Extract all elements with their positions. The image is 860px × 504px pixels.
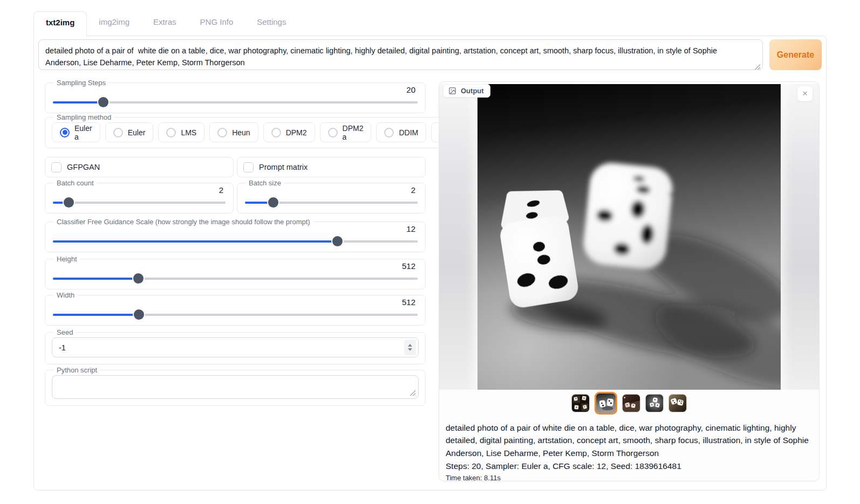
output-params-text: Steps: 20, Sampler: Euler a, CFG scale: …	[446, 460, 813, 472]
slider-thumb[interactable]	[268, 197, 278, 208]
tab-extras[interactable]: Extras	[141, 11, 188, 36]
sampling-method-group: Sampling method Euler a Euler LMS Heun D…	[45, 113, 489, 148]
sampling-steps-slider[interactable]	[53, 97, 418, 107]
generate-button[interactable]: Generate	[769, 39, 822, 70]
width-value: 512	[52, 298, 415, 307]
gallery-thumbnail-3[interactable]	[622, 394, 640, 412]
gallery-thumbnail-1[interactable]	[571, 394, 590, 412]
output-gallery	[439, 84, 819, 390]
tab-bar: txt2img img2img Extras PNG Info Settings	[33, 11, 827, 36]
slider-thumb[interactable]	[332, 236, 343, 246]
batch-size-slider[interactable]	[245, 197, 418, 208]
prompt-matrix-checkbox[interactable]: Prompt matrix	[237, 157, 426, 177]
slider-thumb[interactable]	[134, 309, 144, 320]
tab-txt2img[interactable]: txt2img	[33, 11, 87, 36]
time-taken-text: Time taken: 8.11s	[446, 474, 813, 481]
prompt-matrix-label: Prompt matrix	[259, 163, 308, 171]
gallery-blur-edge	[781, 84, 819, 390]
prompt-input[interactable]: detailed photo of a pair of white die on…	[38, 39, 763, 70]
checkbox-icon[interactable]	[243, 162, 254, 172]
output-title: Output	[461, 87, 484, 95]
sampling-steps-group: Sampling Steps 20	[45, 79, 426, 113]
gallery-blur-edge	[439, 84, 477, 390]
seed-input[interactable]	[59, 343, 404, 352]
radio-icon	[113, 128, 123, 137]
output-column: Output ✕	[439, 81, 820, 481]
batch-size-group: Batch size 2	[237, 179, 426, 213]
gallery-thumbnail-5[interactable]	[668, 394, 687, 412]
gallery-thumbnails	[439, 390, 819, 417]
cfg-scale-label: Classifier Free Guidance Scale (how stro…	[54, 218, 313, 226]
height-slider[interactable]	[53, 273, 418, 284]
radio-heun[interactable]: Heun	[209, 122, 258, 142]
batch-count-group: Batch count 2	[45, 179, 234, 213]
width-label: Width	[54, 291, 77, 299]
checkbox-icon[interactable]	[51, 162, 62, 172]
output-prompt-text: detailed photo of a pair of white die on…	[446, 422, 813, 459]
batch-count-slider[interactable]	[53, 197, 226, 208]
cfg-scale-group: Classifier Free Guidance Scale (how stro…	[45, 218, 426, 252]
radio-icon	[217, 128, 227, 137]
gallery-thumbnail-2-selected[interactable]	[595, 392, 617, 415]
radio-icon	[384, 128, 394, 137]
radio-icon	[166, 128, 176, 137]
radio-ddim[interactable]: DDIM	[376, 122, 426, 142]
sampling-steps-value: 20	[52, 85, 415, 95]
slider-thumb[interactable]	[133, 273, 144, 284]
slider-track[interactable]	[53, 202, 226, 204]
python-script-input[interactable]	[52, 375, 419, 399]
sampling-method-label: Sampling method	[54, 113, 114, 121]
python-script-label: Python script	[54, 366, 100, 374]
slider-fill	[53, 240, 337, 243]
prompt-row: detailed photo of a pair of white die on…	[38, 39, 822, 72]
spinner-up-down-icons[interactable]	[404, 340, 416, 355]
radio-dpm2[interactable]: DPM2	[263, 122, 315, 142]
resize-handle-icon[interactable]	[409, 390, 415, 396]
generation-info: detailed photo of a pair of white die on…	[439, 417, 819, 481]
sampling-method-options: Euler a Euler LMS Heun DPM2 DPM2 a DDIM …	[52, 121, 482, 143]
tab-settings[interactable]: Settings	[245, 11, 298, 36]
app: txt2img img2img Extras PNG Info Settings…	[33, 11, 827, 491]
tab-img2img[interactable]: img2img	[87, 11, 141, 36]
batch-count-label: Batch count	[54, 179, 97, 187]
python-script-group: Python script	[45, 366, 426, 406]
gallery-thumbnail-4[interactable]	[645, 394, 664, 412]
seed-group: Seed	[45, 328, 426, 364]
txt2img-panel: detailed photo of a pair of white die on…	[33, 36, 827, 491]
radio-icon	[328, 128, 338, 137]
batch-size-label: Batch size	[246, 179, 284, 187]
radio-icon	[271, 128, 281, 137]
slider-fill	[53, 278, 138, 280]
height-group: Height 512	[45, 255, 426, 289]
seed-label: Seed	[54, 328, 76, 336]
image-icon	[448, 87, 456, 95]
gfpgan-label: GFPGAN	[67, 163, 100, 171]
close-icon[interactable]: ✕	[797, 86, 813, 101]
slider-thumb[interactable]	[64, 197, 74, 208]
width-slider[interactable]	[53, 309, 418, 320]
gfpgan-checkbox[interactable]: GFPGAN	[45, 157, 234, 177]
radio-lms[interactable]: LMS	[158, 122, 204, 142]
settings-column: Sampling Steps 20 Sampling method Euler …	[45, 79, 426, 481]
output-panel: Output ✕	[439, 81, 820, 481]
generated-image[interactable]	[477, 84, 781, 390]
radio-euler[interactable]: Euler	[105, 122, 154, 142]
slider-fill	[53, 101, 103, 103]
height-value: 512	[52, 261, 415, 271]
sampling-steps-label: Sampling Steps	[54, 79, 108, 87]
cfg-scale-slider[interactable]	[53, 236, 418, 246]
slider-thumb[interactable]	[98, 97, 108, 107]
width-group: Width 512	[45, 291, 426, 326]
output-header: Output	[443, 84, 490, 98]
slider-fill	[53, 314, 139, 316]
height-label: Height	[54, 255, 80, 263]
radio-euler-a[interactable]: Euler a	[52, 122, 100, 142]
radio-icon	[60, 128, 70, 137]
radio-dpm2-a[interactable]: DPM2 a	[320, 122, 372, 142]
tab-png-info[interactable]: PNG Info	[188, 11, 245, 36]
